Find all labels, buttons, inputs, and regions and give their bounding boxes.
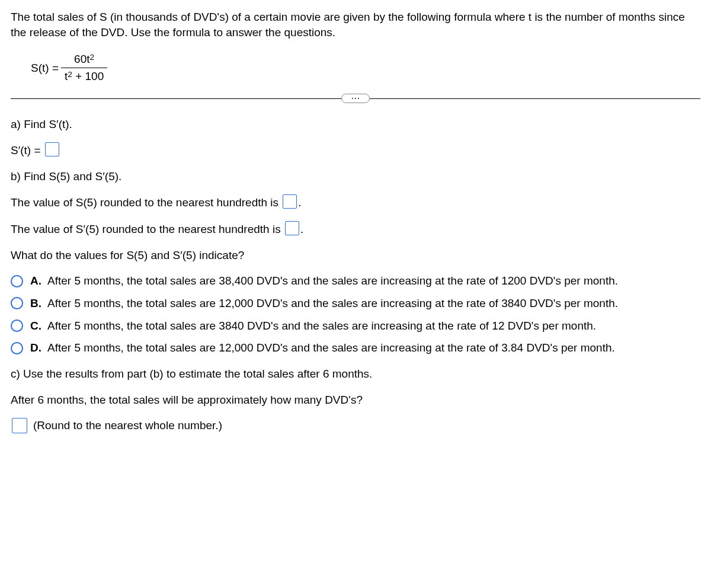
ellipsis-icon bbox=[352, 98, 359, 99]
multiple-choice: A. After 5 months, the total sales are 3… bbox=[11, 273, 700, 356]
option-a: A. After 5 months, the total sales are 3… bbox=[11, 273, 700, 289]
letter-a: A. bbox=[30, 273, 41, 289]
s5-text: The value of S(5) rounded to the nearest… bbox=[11, 196, 281, 209]
formula: S(t) = 60t2 t2 + 100 bbox=[31, 52, 700, 84]
part-b: b) Find S(5) and S′(5). The value of S(5… bbox=[11, 169, 700, 356]
part-a: a) Find S′(t). S′(t) = bbox=[11, 117, 700, 158]
text-c: After 5 months, the total sales are 3840… bbox=[47, 318, 596, 334]
s5-input[interactable] bbox=[283, 194, 297, 209]
part-b-prompt: b) Find S(5) and S′(5). bbox=[11, 169, 700, 184]
sprime5-period: . bbox=[300, 223, 303, 235]
sprime5-text: The value of S′(5) rounded to the neares… bbox=[11, 223, 284, 235]
letter-b: B. bbox=[30, 296, 41, 311]
expand-button[interactable] bbox=[341, 94, 370, 103]
radio-c[interactable] bbox=[11, 319, 23, 332]
part-c-prompt: c) Use the results from part (b) to esti… bbox=[11, 366, 700, 382]
s5-period: . bbox=[298, 196, 301, 209]
option-b: B. After 5 months, the total sales are 1… bbox=[11, 296, 700, 311]
radio-d[interactable] bbox=[11, 342, 23, 354]
denominator-rest: + 100 bbox=[72, 70, 104, 82]
round-hint: (Round to the nearest whole number.) bbox=[33, 418, 222, 433]
formula-lhs: S(t) = bbox=[31, 60, 59, 76]
sprime-input[interactable] bbox=[45, 142, 59, 156]
formula-fraction: 60t2 t2 + 100 bbox=[61, 52, 107, 84]
option-c: C. After 5 months, the total sales are 3… bbox=[11, 318, 700, 334]
radio-b[interactable] bbox=[11, 297, 23, 309]
numerator-exp: 2 bbox=[90, 53, 95, 62]
six-month-input[interactable] bbox=[12, 418, 27, 433]
sprime-lhs: S′(t) = bbox=[11, 144, 41, 156]
numerator-coeff: 60t bbox=[74, 53, 89, 65]
letter-c: C. bbox=[30, 318, 41, 334]
intro-text: The total sales of S (in thousands of DV… bbox=[11, 9, 700, 40]
option-d: D. After 5 months, the total sales are 1… bbox=[11, 340, 700, 356]
text-a: After 5 months, the total sales are 38,4… bbox=[47, 273, 618, 289]
radio-a[interactable] bbox=[11, 275, 23, 287]
part-c: c) Use the results from part (b) to esti… bbox=[11, 366, 700, 433]
denominator-exp: 2 bbox=[68, 69, 72, 78]
text-b: After 5 months, the total sales are 12,0… bbox=[47, 296, 618, 311]
divider bbox=[11, 98, 700, 99]
indicate-question: What do the values for S(5) and S′(5) in… bbox=[11, 248, 700, 263]
sprime5-input[interactable] bbox=[285, 221, 299, 235]
part-a-prompt: a) Find S′(t). bbox=[11, 117, 700, 132]
text-d: After 5 months, the total sales are 12,0… bbox=[47, 340, 615, 356]
letter-d: D. bbox=[30, 340, 41, 356]
part-c-question: After 6 months, the total sales will be … bbox=[11, 392, 700, 408]
